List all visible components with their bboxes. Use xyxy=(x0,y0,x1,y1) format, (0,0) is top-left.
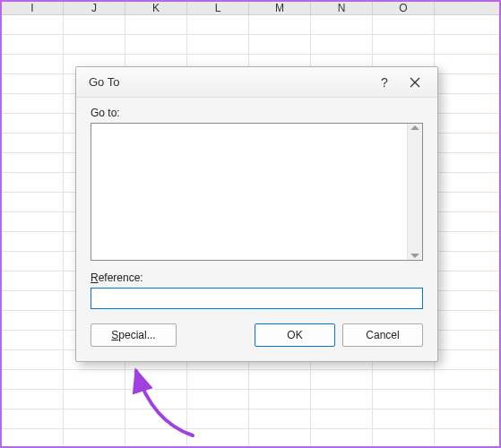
grid-row xyxy=(2,35,499,55)
help-icon[interactable]: ? xyxy=(369,70,400,95)
reference-label: Reference: xyxy=(91,271,423,284)
grid-row xyxy=(2,15,499,35)
scroll-down-icon[interactable] xyxy=(410,254,419,258)
cancel-button[interactable]: Cancel xyxy=(342,323,423,347)
col-header[interactable]: M xyxy=(249,2,311,14)
close-icon[interactable] xyxy=(400,70,430,95)
reference-input[interactable] xyxy=(91,288,423,309)
scroll-up-icon[interactable] xyxy=(410,125,419,130)
goto-listbox[interactable] xyxy=(91,123,423,261)
special-button[interactable]: Special... xyxy=(91,323,177,347)
dialog-titlebar[interactable]: Go To ? xyxy=(76,67,437,98)
dialog-body: Go to: Reference: xyxy=(76,98,437,323)
goto-dialog: Go To ? Go to: Reference: Special... OK … xyxy=(75,66,438,362)
column-headers-row: I J K L M N O xyxy=(2,2,499,15)
grid-row xyxy=(2,409,499,429)
col-header[interactable]: L xyxy=(187,2,249,14)
dialog-buttons: Special... OK Cancel xyxy=(76,323,437,361)
scrollbar[interactable] xyxy=(407,124,422,260)
col-header[interactable]: N xyxy=(311,2,373,14)
col-header[interactable]: J xyxy=(64,2,125,14)
grid-row xyxy=(2,390,499,409)
ok-button[interactable]: OK xyxy=(255,323,335,347)
grid-row xyxy=(2,429,499,448)
col-header[interactable]: I xyxy=(2,2,64,14)
goto-label: Go to: xyxy=(91,107,423,119)
col-header[interactable]: O xyxy=(373,2,435,14)
col-header[interactable]: K xyxy=(125,2,187,14)
dialog-title: Go To xyxy=(89,75,369,89)
grid-row xyxy=(2,370,499,390)
